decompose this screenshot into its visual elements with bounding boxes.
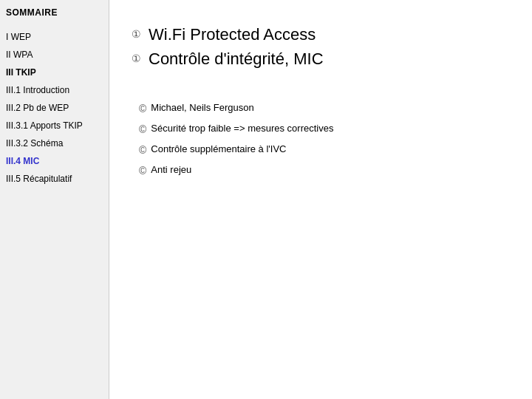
sidebar: SOMMAIRE I WEPII WPAIII TKIPIII.1 Introd… [0,0,109,399]
list-bullet-icon: © [139,122,146,137]
main-content: ①Wi.Fi Protected Access①Contrôle d'intég… [109,0,532,399]
sidebar-item-iii-3-1[interactable]: III.3.1 Apports TKIP [6,117,103,134]
list-item: ©Michael, Neils Ferguson [139,100,510,117]
bullet-list: ©Michael, Neils Ferguson©Sécurité trop f… [132,100,510,183]
list-bullet-icon: © [139,101,146,117]
bullet-icon: ① [132,27,141,42]
sidebar-item-iii-1[interactable]: III.1 Introduction [6,81,103,99]
list-item-text: Contrôle supplémentaire à l'IVC [151,142,286,157]
title-text: Contrôle d'intégrité, MIC [149,47,324,71]
sidebar-item-i-wep[interactable]: I WEP [6,28,103,46]
title-text: Wi.Fi Protected Access [149,22,316,47]
sidebar-item-iii-5[interactable]: III.5 Récapitulatif [6,170,103,188]
main-title: ①Wi.Fi Protected Access①Contrôle d'intég… [132,22,510,71]
list-bullet-icon: © [139,143,146,158]
sidebar-item-iii-tkip[interactable]: III TKIP [6,64,103,81]
sidebar-item-ii-wpa[interactable]: II WPA [6,46,103,64]
title-line: ①Contrôle d'intégrité, MIC [132,47,510,71]
bullet-icon: ① [132,51,141,66]
list-bullet-icon: © [139,163,146,179]
list-item-text: Michael, Neils Ferguson [151,100,253,115]
title-line: ①Wi.Fi Protected Access [132,22,510,47]
sidebar-item-iii-4[interactable]: III.4 MIC [6,152,103,170]
sidebar-title: SOMMAIRE [6,7,103,18]
list-item: ©Anti rejeu [139,163,510,179]
list-item-text: Sécurité trop faible => mesures correcti… [151,121,333,136]
list-item: ©Contrôle supplémentaire à l'IVC [139,142,510,158]
sidebar-item-iii-2[interactable]: III.2 Pb de WEP [6,99,103,117]
list-item: ©Sécurité trop faible => mesures correct… [139,121,510,137]
list-item-text: Anti rejeu [151,163,191,177]
sidebar-item-iii-3-2[interactable]: III.3.2 Schéma [6,134,103,152]
